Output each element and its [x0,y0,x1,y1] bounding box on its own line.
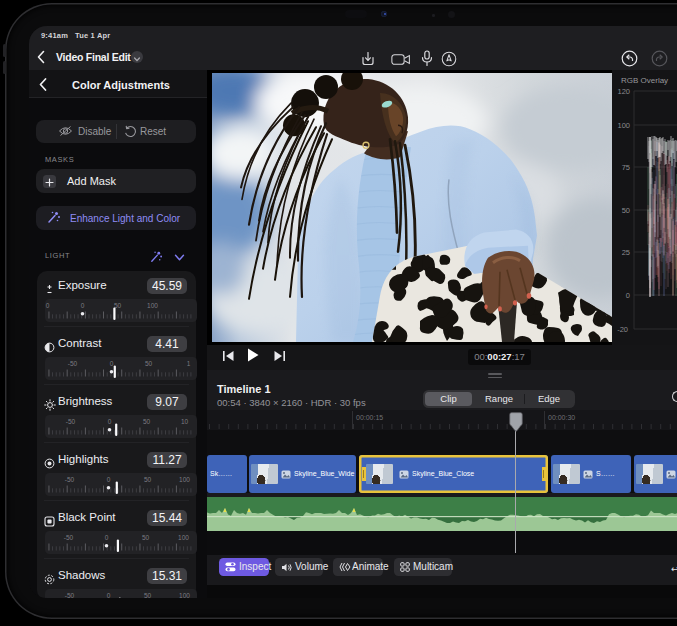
svg-text:-50: -50 [64,476,74,483]
svg-text:0: 0 [626,291,630,300]
svg-text:100: 100 [617,121,630,130]
svg-text:50: 50 [143,476,151,483]
svg-text:-50: -50 [64,592,74,598]
svg-text:0: 0 [104,534,108,541]
svg-text:0: 0 [106,476,110,483]
svg-text:25: 25 [622,248,630,257]
svg-text:75: 75 [622,163,630,172]
svg-text:-20: -20 [617,325,628,334]
svg-text:RGB Overlay: RGB Overlay [621,76,668,85]
svg-text:50: 50 [141,534,149,541]
svg-text:-50: -50 [63,534,73,541]
svg-text:-50: -50 [65,418,75,425]
svg-text:0: 0 [107,418,111,425]
svg-text:100: 100 [147,302,158,309]
svg-text:0: 0 [109,360,113,367]
svg-text:10: 10 [180,418,188,425]
svg-text:100: 100 [179,476,190,483]
svg-text:0: 0 [106,592,110,598]
svg-text:100: 100 [179,592,190,598]
svg-text:50: 50 [143,592,151,598]
svg-text:0: 0 [45,302,49,309]
svg-text:50: 50 [144,360,152,367]
svg-text:50: 50 [142,418,150,425]
svg-text:1: 1 [186,360,190,367]
svg-text:120: 120 [617,87,630,96]
svg-text:-50: -50 [67,360,77,367]
svg-text:50: 50 [622,206,630,215]
svg-text:100: 100 [178,534,189,541]
svg-text:0: 0 [80,302,84,309]
